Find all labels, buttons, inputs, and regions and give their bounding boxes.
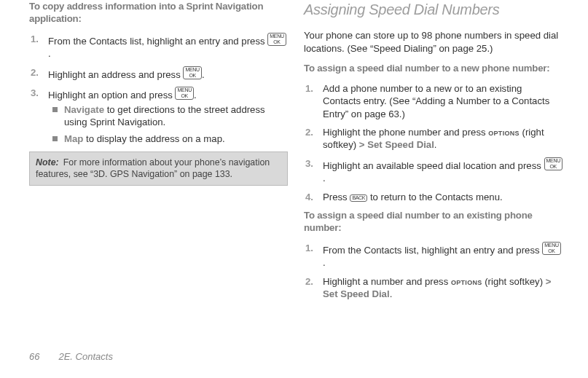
- page-footer: 662E. Contacts: [29, 338, 562, 378]
- menu-command: Set Speed Dial: [323, 288, 390, 299]
- right-a-step-3: Highlight an available speed dial locati…: [317, 157, 562, 185]
- step-text-post: .: [48, 48, 51, 59]
- bullet-keyword: Map: [64, 133, 83, 144]
- note-callout: Note:For more information about your pho…: [29, 151, 288, 186]
- step-text: .: [434, 139, 437, 150]
- left-steps-list: From the Contacts list, highlight an ent…: [29, 33, 288, 146]
- options-softkey-label: OPTIONS: [451, 276, 482, 287]
- step-text: Highlight an address and press: [48, 69, 183, 80]
- note-text: For more information about your phone’s …: [36, 157, 270, 179]
- instruction-heading: To copy address information into a Sprin…: [29, 0, 288, 25]
- left-step-3: Highlight an option and press MENUOK. Na…: [42, 87, 288, 146]
- step-text: From the Contacts list, highlight an ent…: [48, 36, 267, 47]
- step-text-post: .: [194, 90, 197, 101]
- bullet-text: to display the address on a map.: [83, 133, 224, 144]
- right-b-step-1: From the Contacts list, highlight an ent…: [317, 242, 562, 269]
- bullet-navigate: Navigate to get directions to the street…: [64, 103, 288, 129]
- left-column: To copy address information into a Sprin…: [29, 0, 288, 338]
- step-text: Highlight the phone number and press: [323, 127, 488, 138]
- chapter-label: 2E. Contacts: [58, 351, 112, 362]
- step-text: .: [390, 288, 393, 299]
- breadcrumb-sep: >: [359, 139, 365, 150]
- step-text: Press: [323, 192, 350, 202]
- breadcrumb-sep: >: [546, 276, 552, 287]
- two-column-layout: To copy address information into a Sprin…: [29, 0, 562, 338]
- menu-ok-key-icon: MENUOK: [544, 157, 562, 170]
- instruction-heading-a: To assign a speed dial number to a new p…: [304, 62, 562, 74]
- right-a-step-2: Highlight the phone number and press OPT…: [317, 126, 562, 151]
- left-bullet-list: Navigate to get directions to the street…: [48, 103, 288, 146]
- step-text: .: [323, 173, 326, 184]
- note-label: Note:: [36, 157, 59, 168]
- section-title: Assigning Speed Dial Numbers: [304, 0, 562, 19]
- menu-ok-key-icon: MENUOK: [175, 87, 193, 100]
- right-column: Assigning Speed Dial Numbers Your phone …: [304, 0, 562, 338]
- menu-ok-key-icon: MENUOK: [267, 33, 286, 46]
- step-text: to return to the Contacts menu.: [367, 192, 502, 202]
- bullet-keyword: Navigate: [64, 104, 104, 115]
- step-text: Highlight an available speed dial locati…: [323, 160, 544, 171]
- step-text: Add a phone number to a new or to an exi…: [323, 83, 549, 119]
- intro-paragraph: Your phone can store up to 98 phone numb…: [304, 29, 562, 55]
- left-step-1: From the Contacts list, highlight an ent…: [42, 33, 288, 60]
- page-number: 66: [29, 351, 39, 362]
- step-text: .: [323, 257, 326, 268]
- step-text: From the Contacts list, highlight an ent…: [323, 245, 542, 256]
- left-step-2: Highlight an address and press MENUOK.: [42, 66, 288, 81]
- back-key-icon: BACK: [350, 194, 367, 202]
- step-text: (right softkey): [482, 276, 546, 287]
- bullet-map: Map to display the address on a map.: [64, 133, 288, 145]
- step-text: Highlight an option and press: [48, 90, 175, 101]
- right-steps-b: From the Contacts list, highlight an ent…: [304, 242, 562, 301]
- menu-ok-key-icon: MENUOK: [183, 66, 201, 79]
- manual-page: To copy address information into a Sprin…: [0, 0, 588, 378]
- step-text-post: .: [202, 69, 205, 80]
- menu-command: Set Speed Dial: [365, 139, 434, 150]
- right-a-step-1: Add a phone number to a new or to an exi…: [317, 82, 562, 120]
- instruction-heading-b: To assign a speed dial number to an exis…: [304, 209, 562, 235]
- menu-ok-key-icon: MENUOK: [542, 242, 560, 255]
- options-softkey-label: OPTIONS: [488, 127, 520, 138]
- right-a-step-4: Press BACK to return to the Contacts men…: [317, 191, 562, 203]
- right-steps-a: Add a phone number to a new or to an exi…: [304, 82, 562, 203]
- step-text: Highlight a number and press: [323, 276, 451, 287]
- right-b-step-2: Highlight a number and press OPTIONS (ri…: [317, 275, 562, 301]
